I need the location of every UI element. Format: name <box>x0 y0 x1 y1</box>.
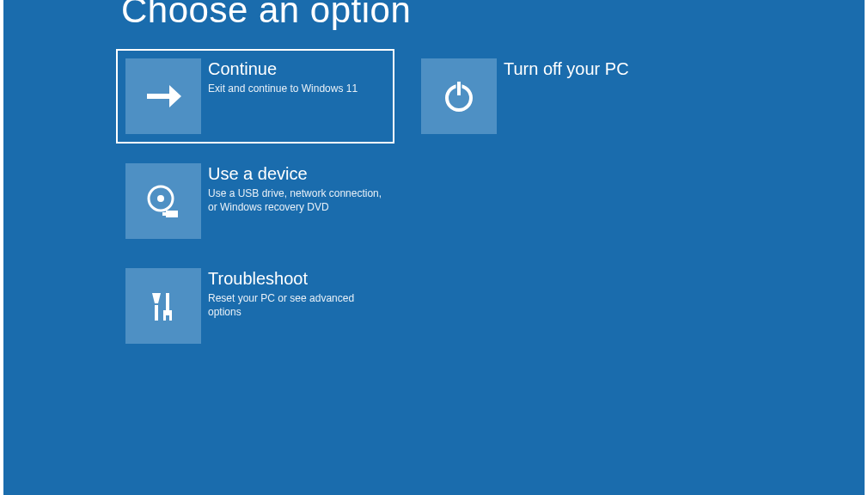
turnoff-option[interactable]: Turn off your PC <box>412 49 690 144</box>
troubleshoot-title: Troubleshoot <box>208 268 385 289</box>
continue-text: Continue Exit and continue to Windows 11 <box>201 58 385 95</box>
troubleshoot-desc: Reset your PC or see advanced options <box>208 291 385 319</box>
svg-rect-6 <box>162 212 167 216</box>
svg-rect-7 <box>155 305 158 321</box>
device-desc: Use a USB drive, network connection, or … <box>208 186 385 214</box>
continue-title: Continue <box>208 58 385 79</box>
svg-point-4 <box>157 195 164 202</box>
turnoff-text: Turn off your PC <box>497 58 681 82</box>
right-edge-decoration <box>865 0 868 495</box>
svg-rect-8 <box>166 293 169 312</box>
continue-option[interactable]: Continue Exit and continue to Windows 11 <box>116 49 394 144</box>
device-text: Use a device Use a USB drive, network co… <box>201 163 385 214</box>
svg-rect-2 <box>457 82 461 95</box>
page-title: Choose an option <box>121 0 411 31</box>
svg-rect-5 <box>166 211 178 217</box>
troubleshoot-option[interactable]: Troubleshoot Reset your PC or see advanc… <box>116 259 394 353</box>
device-title: Use a device <box>208 163 385 184</box>
options-grid: Continue Exit and continue to Windows 11… <box>116 49 690 353</box>
device-option[interactable]: Use a device Use a USB drive, network co… <box>116 154 394 248</box>
turnoff-title: Turn off your PC <box>504 58 681 79</box>
power-icon <box>421 58 497 134</box>
continue-desc: Exit and continue to Windows 11 <box>208 82 385 95</box>
disc-usb-icon <box>125 163 201 239</box>
troubleshoot-text: Troubleshoot Reset your PC or see advanc… <box>201 268 385 319</box>
arrow-right-icon <box>125 58 201 134</box>
tools-icon <box>125 268 201 344</box>
left-edge-decoration <box>0 0 3 495</box>
